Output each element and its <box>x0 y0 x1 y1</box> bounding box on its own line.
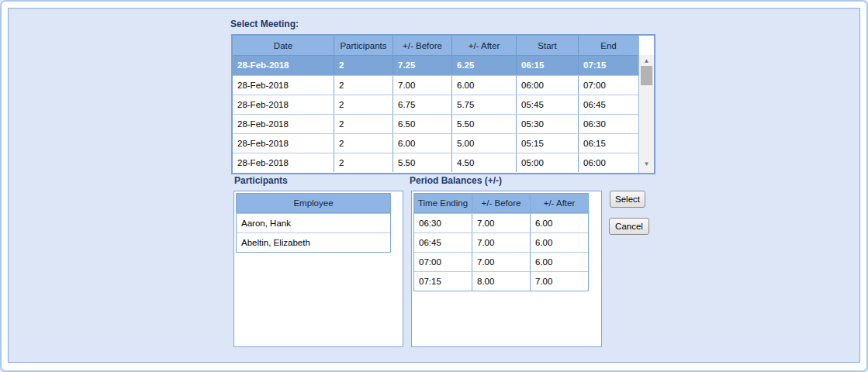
meeting-grid-columns: Date Participants +/- Before +/- After S… <box>233 36 638 173</box>
cell-after: 5.00 <box>452 134 517 153</box>
cell-before: 8.00 <box>472 272 531 291</box>
cell-before: 7.00 <box>472 214 531 232</box>
cell-after: 6.00 <box>531 214 588 232</box>
scroll-up-icon[interactable]: ▲ <box>639 58 654 64</box>
period-balance-row: 07:00 7.00 6.00 <box>414 252 588 271</box>
select-button[interactable]: Select <box>610 191 645 208</box>
cell-before: 7.25 <box>393 56 452 75</box>
cell-after: 4.50 <box>452 153 517 172</box>
period-balance-row: 07:15 8.00 7.00 <box>414 271 588 291</box>
cell-participants: 2 <box>334 76 393 95</box>
cell-before: 7.00 <box>472 233 531 252</box>
cell-end: 07:15 <box>579 56 638 75</box>
cell-time-ending: 07:15 <box>414 272 472 291</box>
column-header-after: +/- After <box>452 36 517 55</box>
column-header-after: +/- After <box>531 194 588 212</box>
meeting-grid-header-row: Date Participants +/- Before +/- After S… <box>233 36 638 56</box>
cell-after: 5.75 <box>452 95 517 114</box>
cell-employee: Aaron, Hank <box>237 214 390 232</box>
period-balances-panel: Time Ending +/- Before +/- After 06:30 7… <box>411 191 602 347</box>
participants-header-row: Employee <box>237 194 390 213</box>
meeting-row[interactable]: 28-Feb-2018 2 6.00 5.00 05:15 06:15 <box>233 133 638 153</box>
column-header-before: +/- Before <box>393 36 452 55</box>
cell-start: 05:15 <box>517 134 579 153</box>
cell-date: 28-Feb-2018 <box>233 56 334 75</box>
meeting-row[interactable]: 28-Feb-2018 2 6.50 5.50 05:30 06:30 <box>233 114 638 133</box>
cell-time-ending: 06:30 <box>414 214 472 232</box>
cell-date: 28-Feb-2018 <box>233 95 334 114</box>
cell-start: 05:00 <box>517 153 579 172</box>
cell-participants: 2 <box>334 56 393 75</box>
cell-time-ending: 06:45 <box>414 233 472 252</box>
meeting-row[interactable]: 28-Feb-2018 2 6.75 5.75 05:45 06:45 <box>233 95 638 114</box>
cell-start: 05:30 <box>517 115 579 133</box>
cell-participants: 2 <box>334 115 393 133</box>
cell-before: 7.00 <box>472 253 531 271</box>
column-header-end: End <box>579 36 638 55</box>
period-balance-row: 06:30 7.00 6.00 <box>414 213 588 232</box>
period-balances-table: Time Ending +/- Before +/- After 06:30 7… <box>413 193 589 291</box>
column-header-start: Start <box>517 36 579 55</box>
cell-employee: Abeltin, Elizabeth <box>237 233 390 252</box>
cell-date: 28-Feb-2018 <box>233 153 334 172</box>
meeting-row[interactable]: 28-Feb-2018 2 5.50 4.50 05:00 06:00 <box>233 153 638 172</box>
scrollbar-header-spacer <box>639 36 654 55</box>
column-header-participants: Participants <box>334 36 393 55</box>
cell-end: 06:45 <box>579 95 638 114</box>
cell-after: 6.00 <box>531 253 588 271</box>
meeting-row-selected[interactable]: 28-Feb-2018 2 7.25 6.25 06:15 07:15 <box>233 56 638 75</box>
cell-after: 6.00 <box>531 233 588 252</box>
select-meeting-label: Select Meeting: <box>230 19 299 29</box>
column-header-employee: Employee <box>237 194 390 212</box>
scroll-down-icon[interactable]: ▼ <box>639 161 654 167</box>
cell-after: 6.00 <box>452 76 517 95</box>
cancel-button[interactable]: Cancel <box>609 218 649 235</box>
participant-row[interactable]: Aaron, Hank <box>237 213 390 232</box>
period-balance-row: 06:45 7.00 6.00 <box>414 232 588 252</box>
scrollbar-thumb[interactable] <box>641 66 652 85</box>
participants-panel: Employee Aaron, Hank Abeltin, Elizabeth <box>233 191 403 347</box>
participant-row[interactable]: Abeltin, Elizabeth <box>237 232 390 252</box>
cell-after: 7.00 <box>531 272 588 291</box>
cell-date: 28-Feb-2018 <box>233 115 334 133</box>
meeting-grid: Date Participants +/- Before +/- After S… <box>231 34 655 174</box>
period-balances-label: Period Balances (+/-) <box>410 175 502 186</box>
participants-label: Participants <box>234 175 288 186</box>
cell-start: 06:15 <box>517 56 579 75</box>
cell-date: 28-Feb-2018 <box>233 76 334 95</box>
vertical-scrollbar[interactable]: ▲ ▼ <box>638 36 654 173</box>
cell-participants: 2 <box>334 134 393 153</box>
cell-time-ending: 07:00 <box>414 253 472 271</box>
cell-participants: 2 <box>334 153 393 172</box>
period-balances-header-row: Time Ending +/- Before +/- After <box>414 194 588 213</box>
cell-after: 6.25 <box>452 56 517 75</box>
cell-before: 7.00 <box>393 76 452 95</box>
cell-end: 06:30 <box>579 115 638 133</box>
cell-before: 6.75 <box>393 95 452 114</box>
cell-date: 28-Feb-2018 <box>233 134 334 153</box>
cell-before: 5.50 <box>393 153 452 172</box>
cell-start: 06:00 <box>517 76 579 95</box>
cell-participants: 2 <box>334 95 393 114</box>
cell-end: 06:00 <box>579 153 638 172</box>
cell-before: 6.50 <box>393 115 452 133</box>
meeting-row[interactable]: 28-Feb-2018 2 7.00 6.00 06:00 07:00 <box>233 75 638 95</box>
screen: Select Meeting: Date Participants +/- Be… <box>0 0 868 372</box>
column-header-time-ending: Time Ending <box>414 194 472 212</box>
participants-table: Employee Aaron, Hank Abeltin, Elizabeth <box>236 193 391 253</box>
cell-start: 05:45 <box>517 95 579 114</box>
column-header-before: +/- Before <box>472 194 531 212</box>
column-header-date: Date <box>233 36 334 55</box>
cell-end: 07:00 <box>579 76 638 95</box>
cell-end: 06:15 <box>579 134 638 153</box>
cell-before: 6.00 <box>393 134 452 153</box>
cell-after: 5.50 <box>452 115 517 133</box>
